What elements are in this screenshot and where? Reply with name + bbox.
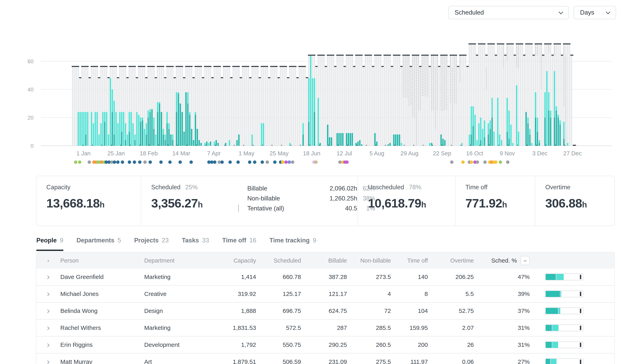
row-expand-chevron-icon[interactable]: › (36, 324, 60, 332)
svg-text:29 Aug: 29 Aug (401, 150, 418, 156)
col-sched-pct: Sched. % (474, 256, 530, 265)
col-nonbillable[interactable]: Non-billable (347, 257, 391, 264)
utilization-bar (530, 273, 614, 280)
svg-text:0: 0 (31, 143, 34, 149)
tab-departments[interactable]: Departments5 (77, 237, 121, 251)
capacity-card-label: Capacity (46, 184, 71, 191)
cell-sched-pct: 47% (474, 273, 530, 280)
unscheduled-card-value: 10,618.79h (368, 196, 455, 210)
unscheduled-card: Unscheduled 78% 10,618.79h (358, 176, 455, 226)
cell-department: Marketing (144, 273, 220, 280)
metric-select-value: Scheduled (455, 9, 484, 16)
chart-milestone-dots (74, 161, 509, 164)
col-department[interactable]: Department (144, 257, 220, 264)
row-expand-chevron-icon[interactable]: › (36, 357, 60, 364)
tab-label: People (36, 237, 57, 244)
cell-nonbillable: 260.5 (347, 342, 391, 348)
cell-timeoff: 159.95 (391, 325, 428, 331)
svg-text:1 Jan: 1 Jan (77, 150, 91, 156)
col-billable[interactable]: Billable (301, 257, 347, 264)
unit-select[interactable]: Days (574, 6, 616, 19)
table-row[interactable]: ›Matt MurrayArt1,879.51506.59231.09275.5… (36, 354, 614, 364)
table-row[interactable]: ›Rachel WithersMarketing1,831.53572.5287… (36, 320, 614, 336)
table-row[interactable]: ›Michael JonesCreative319.92125.17121.17… (36, 286, 614, 302)
cell-capacity: 1,888 (220, 307, 256, 314)
chevron-down-icon (559, 10, 563, 14)
tab-people[interactable]: People9 (36, 237, 63, 251)
chart-controls: Scheduled Days (448, 6, 616, 19)
cell-sched-pct: 37% (474, 307, 530, 314)
table-row[interactable]: ›Erin RigginsDevelopment1,792550.75290.2… (36, 337, 614, 353)
utilization-bar (530, 325, 614, 331)
svg-text:20: 20 (28, 115, 34, 121)
cell-timeoff: 140 (391, 273, 428, 280)
chevron-down-icon (524, 259, 527, 262)
svg-text:9 Nov: 9 Nov (500, 150, 515, 156)
cell-overtime: 206.25 (428, 273, 474, 280)
expand-all-chevron-icon[interactable]: › (36, 258, 60, 264)
timeoff-card: Time off 771.92h (455, 176, 535, 226)
cell-overtime: 5.5 (428, 290, 474, 297)
unit-select-value: Days (580, 9, 594, 16)
svg-text:16 Oct: 16 Oct (466, 150, 483, 156)
utilization-bar (530, 342, 614, 348)
row-expand-chevron-icon[interactable]: › (36, 307, 60, 315)
capacity-card-value: 13,668.18h (46, 196, 141, 210)
tab-count: 9 (60, 237, 63, 244)
table-row[interactable]: ›Dave GreenfieldMarketing1,414660.78387.… (36, 269, 614, 285)
row-expand-chevron-icon[interactable]: › (36, 341, 60, 349)
cell-capacity: 1,831.53 (220, 325, 256, 331)
chevron-down-icon (606, 10, 610, 14)
col-capacity[interactable]: Capacity (220, 257, 256, 264)
row-expand-chevron-icon[interactable]: › (36, 272, 60, 281)
svg-text:7 Apr: 7 Apr (207, 150, 221, 156)
cell-scheduled: 125.17 (256, 290, 301, 297)
tab-tasks[interactable]: Tasks33 (182, 237, 209, 251)
row-expand-chevron-icon[interactable]: › (36, 289, 60, 298)
col-timeoff[interactable]: Time off (391, 257, 428, 264)
cell-person: Michael Jones (60, 290, 144, 297)
cell-department: Art (144, 358, 220, 364)
cell-capacity: 319.92 (220, 290, 256, 297)
cell-overtime: 52.75 (428, 307, 474, 314)
cell-capacity: 1,879.51 (220, 358, 256, 364)
cell-department: Marketing (144, 325, 220, 331)
scheduled-breakdown-legend: Billable2,096.02h62%Non-billable1,260.25… (238, 185, 375, 212)
col-scheduled[interactable]: Scheduled (256, 257, 301, 264)
svg-text:60: 60 (28, 58, 34, 64)
utilization-bar (530, 307, 614, 314)
metric-select[interactable]: Scheduled (448, 6, 569, 19)
scheduled-card-percent: 25% (185, 184, 198, 191)
timeoff-card-value: 771.92h (466, 196, 535, 210)
col-overtime[interactable]: Overtime (428, 257, 474, 264)
tab-label: Time tracking (270, 237, 310, 244)
overtime-card-value: 306.88h (545, 196, 614, 210)
svg-text:3 Dec: 3 Dec (532, 150, 547, 156)
svg-text:27 Dec: 27 Dec (563, 150, 582, 156)
col-person[interactable]: Person (60, 257, 144, 264)
svg-text:40: 40 (28, 87, 34, 93)
capacity-tick-icon (580, 343, 581, 347)
unscheduled-card-percent: 78% (409, 184, 421, 191)
cell-nonbillable: 4 (347, 290, 391, 297)
capacity-tick-icon (580, 326, 581, 330)
tab-count: 5 (117, 237, 121, 244)
table-row[interactable]: ›Belinda WongDesign1,888696.75624.757210… (36, 303, 614, 319)
tab-projects[interactable]: Projects23 (134, 237, 169, 251)
people-table: › Person Department Capacity Scheduled B… (36, 252, 615, 364)
cell-timeoff: 104 (391, 307, 428, 314)
cell-scheduled: 572.5 (256, 325, 301, 331)
tab-time-tracking[interactable]: Time tracking9 (270, 237, 316, 251)
cell-billable: 231.09 (301, 358, 347, 364)
cell-department: Creative (144, 290, 220, 297)
sched-pct-sort-button[interactable] (521, 256, 530, 265)
capacity-tick-icon (580, 292, 581, 296)
cell-capacity: 1,414 (220, 273, 256, 280)
capacity-chart: 0204060 1 Jan25 Jan18 Feb14 Mar7 Apr1 Ma… (0, 0, 622, 170)
overtime-card: Overtime 306.88h (535, 176, 614, 226)
tab-label: Projects (134, 237, 159, 244)
utilization-bar (530, 358, 614, 364)
scheduled-card-label: Scheduled (151, 184, 181, 191)
tab-time-off[interactable]: Time off16 (222, 237, 256, 251)
legend-value: 2,096.02h (311, 185, 357, 192)
